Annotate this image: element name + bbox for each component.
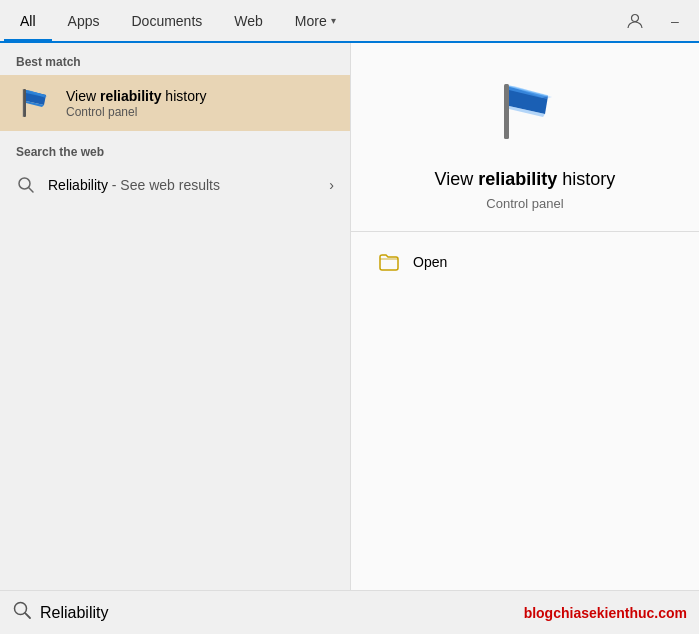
- open-action[interactable]: Open: [361, 240, 689, 284]
- watermark-label: blogchiasekienthuc.com: [524, 605, 687, 621]
- more-label: More: [295, 13, 327, 29]
- search-bar-text: Reliability: [40, 604, 516, 622]
- search-bar[interactable]: Reliability blogchiasekienthuc.com: [0, 590, 699, 634]
- content-area: Best match View reliability history Con: [0, 43, 699, 590]
- search-icon-svg: [17, 176, 35, 194]
- right-divider: [351, 231, 699, 232]
- tab-more[interactable]: More ▾: [279, 3, 352, 39]
- svg-rect-1: [23, 89, 26, 117]
- best-match-title: View reliability history: [66, 87, 207, 105]
- minimize-icon: –: [671, 13, 679, 29]
- tab-documents[interactable]: Documents: [115, 3, 218, 39]
- svg-point-0: [632, 14, 639, 21]
- best-match-app-icon: [16, 85, 52, 121]
- right-app-title: View reliability history: [435, 169, 616, 190]
- best-match-text: View reliability history Control panel: [66, 87, 207, 119]
- web-query-suffix: - See web results: [108, 177, 220, 193]
- svg-line-4: [29, 188, 33, 192]
- person-icon-button[interactable]: [619, 5, 651, 37]
- best-match-item[interactable]: View reliability history Control panel: [0, 75, 350, 131]
- search-bar-icon-svg: [12, 600, 32, 620]
- svg-rect-5: [504, 84, 509, 139]
- web-result-text: Reliability - See web results: [48, 177, 317, 193]
- svg-line-12: [25, 613, 30, 618]
- tab-all[interactable]: All: [4, 3, 52, 39]
- flag-icon-large: [490, 78, 560, 148]
- folder-icon-svg: [378, 251, 400, 273]
- tab-apps[interactable]: Apps: [52, 3, 116, 39]
- web-query-bold: Reliability: [48, 177, 108, 193]
- person-icon: [626, 12, 644, 30]
- best-match-subtitle: Control panel: [66, 105, 207, 119]
- web-result-item[interactable]: Reliability - See web results ›: [0, 165, 350, 205]
- best-match-label: Best match: [0, 43, 350, 75]
- open-label: Open: [413, 254, 447, 270]
- left-panel: Best match View reliability history Con: [0, 43, 350, 590]
- tab-web[interactable]: Web: [218, 3, 279, 39]
- right-actions: Open: [351, 240, 699, 284]
- web-section-label: Search the web: [0, 131, 350, 165]
- search-bar-icon: [12, 600, 32, 625]
- right-panel: View reliability history Control panel O…: [350, 43, 699, 590]
- nav-icons: –: [619, 5, 699, 37]
- flag-icon-small: [16, 85, 52, 121]
- search-icon: [16, 175, 36, 195]
- right-app-icon: [485, 73, 565, 153]
- web-chevron-icon: ›: [329, 177, 334, 193]
- open-folder-icon: [377, 250, 401, 274]
- chevron-down-icon: ▾: [331, 15, 336, 26]
- top-nav: All Apps Documents Web More ▾ –: [0, 0, 699, 43]
- right-app-subtitle: Control panel: [486, 196, 563, 211]
- minimize-button[interactable]: –: [659, 5, 691, 37]
